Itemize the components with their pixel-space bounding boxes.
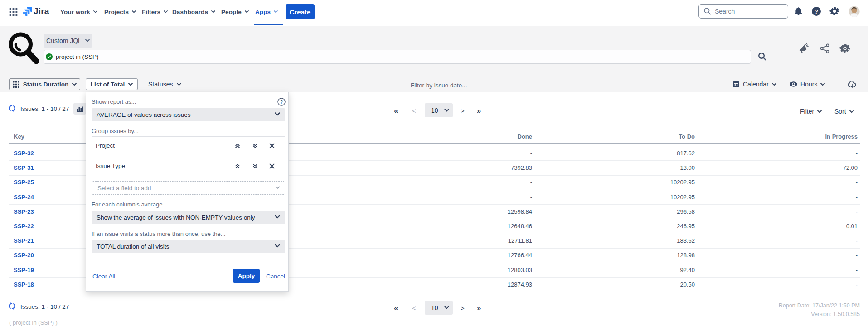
svg-text:?: ? [280, 99, 283, 105]
svg-text:?: ? [815, 8, 818, 15]
